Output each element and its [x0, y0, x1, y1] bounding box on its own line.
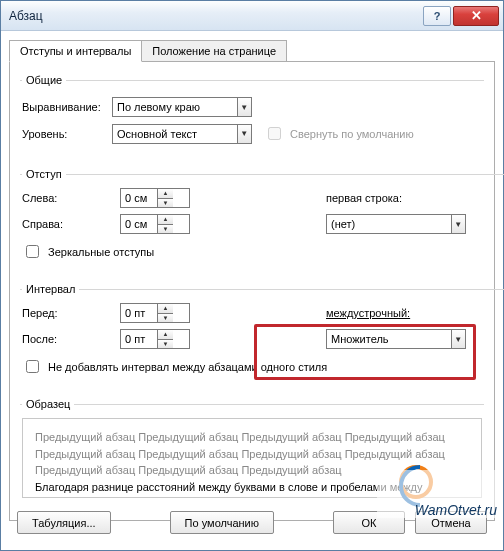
mirror-input[interactable]	[26, 245, 39, 258]
help-button[interactable]: ?	[423, 6, 451, 26]
spin-down-icon[interactable]: ▼	[158, 314, 173, 323]
sample-grey-text: Предыдущий абзац Предыдущий абзац Предыд…	[35, 429, 469, 479]
nosamestyle-input[interactable]	[26, 360, 39, 373]
level-input[interactable]	[113, 125, 237, 143]
tab-indents[interactable]: Отступы и интервалы	[9, 40, 142, 62]
left-label: Слева:	[22, 192, 112, 204]
group-indent-legend: Отступ	[22, 168, 66, 180]
level-label: Уровень:	[22, 128, 112, 140]
cancel-button[interactable]: Отмена	[415, 511, 487, 534]
right-spinner[interactable]: ▲▼	[120, 214, 190, 234]
tabs-button[interactable]: Табуляция...	[17, 511, 111, 534]
spin-down-icon[interactable]: ▼	[158, 340, 173, 349]
spin-up-icon[interactable]: ▲	[158, 215, 173, 225]
left-input[interactable]	[121, 189, 157, 207]
mirror-checkbox[interactable]: Зеркальные отступы	[22, 242, 504, 261]
right-label: Справа:	[22, 218, 112, 230]
ok-button[interactable]: ОК	[333, 511, 405, 534]
dialog-window: Абзац ? ✕ Отступы и интервалы Положение …	[0, 0, 504, 551]
default-button[interactable]: По умолчанию	[170, 511, 274, 534]
before-input[interactable]	[121, 304, 157, 322]
left-spinner[interactable]: ▲▼	[120, 188, 190, 208]
collapse-input	[268, 127, 281, 140]
footer: Табуляция... По умолчанию ОК Отмена	[17, 511, 487, 534]
chevron-down-icon[interactable]: ▼	[237, 125, 251, 143]
group-general-legend: Общие	[22, 74, 66, 86]
spin-up-icon[interactable]: ▲	[158, 189, 173, 199]
group-spacing: Интервал Перед: ▲▼ междустрочный: значен…	[20, 283, 504, 390]
group-sample-legend: Образец	[22, 398, 74, 410]
group-sample: Образец Предыдущий абзац Предыдущий абза…	[20, 398, 484, 508]
linespacing-label: междустрочный:	[326, 307, 466, 319]
after-input[interactable]	[121, 330, 157, 348]
group-general: Общие Выравнивание: ▼ Уровень: ▼	[20, 74, 484, 160]
group-indent: Отступ Слева: ▲▼ первая строка: на: Спра…	[20, 168, 504, 275]
sample-preview: Предыдущий абзац Предыдущий абзац Предыд…	[22, 418, 482, 498]
tab-panel: Общие Выравнивание: ▼ Уровень: ▼	[9, 61, 495, 521]
close-button[interactable]: ✕	[453, 6, 499, 26]
alignment-combo[interactable]: ▼	[112, 97, 252, 117]
right-input[interactable]	[121, 215, 157, 233]
window-title: Абзац	[9, 9, 43, 23]
sample-black-text: Благодаря разнице расстояний между буква…	[35, 479, 469, 499]
level-combo[interactable]: ▼	[112, 124, 252, 144]
group-spacing-legend: Интервал	[22, 283, 79, 295]
firstline-label: первая строка:	[326, 192, 466, 204]
nosamestyle-checkbox[interactable]: Не добавлять интервал между абзацами одн…	[22, 357, 504, 376]
chevron-down-icon[interactable]: ▼	[451, 330, 465, 348]
chevron-down-icon[interactable]: ▼	[451, 215, 465, 233]
tab-page-position[interactable]: Положение на странице	[141, 40, 287, 62]
before-label: Перед:	[22, 307, 112, 319]
before-spinner[interactable]: ▲▼	[120, 303, 190, 323]
spin-up-icon[interactable]: ▲	[158, 304, 173, 314]
linespacing-combo[interactable]: ▼	[326, 329, 466, 349]
alignment-input[interactable]	[113, 98, 237, 116]
titlebar: Абзац ? ✕	[1, 1, 503, 31]
firstline-combo[interactable]: ▼	[326, 214, 466, 234]
after-spinner[interactable]: ▲▼	[120, 329, 190, 349]
alignment-label: Выравнивание:	[22, 101, 112, 113]
spin-up-icon[interactable]: ▲	[158, 330, 173, 340]
linespacing-input[interactable]	[327, 330, 451, 348]
spin-down-icon[interactable]: ▼	[158, 225, 173, 234]
chevron-down-icon[interactable]: ▼	[237, 98, 251, 116]
tabset: Отступы и интервалы Положение на страниц…	[9, 40, 495, 62]
after-label: После:	[22, 333, 112, 345]
firstline-input[interactable]	[327, 215, 451, 233]
spin-down-icon[interactable]: ▼	[158, 199, 173, 208]
collapse-checkbox: Свернуть по умолчанию	[264, 124, 414, 143]
